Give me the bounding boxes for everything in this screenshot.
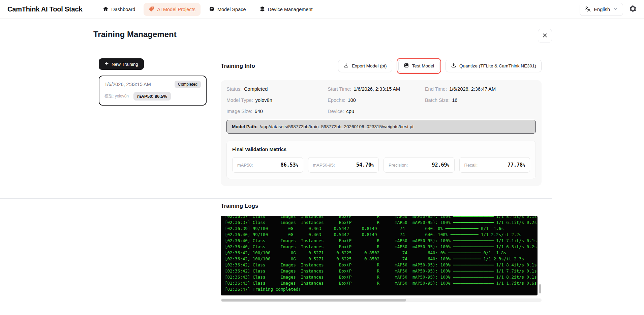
translate-icon — [585, 6, 591, 13]
status-badge: Completed — [175, 81, 201, 88]
log-line: [02:36:42] Class Images Instances Box(P … — [225, 268, 533, 274]
field-start-time: Start Time:1/6/2026, 2:33:15 AM — [328, 86, 425, 92]
field-value: yolov8n — [255, 97, 272, 103]
database-icon — [259, 6, 265, 13]
log-line: [02:36:40] Class Images Instances Box(P … — [225, 238, 533, 244]
test-model-label: Test Model — [412, 63, 434, 68]
model-path-box: Model Path: /app/datasets/598772bb/train… — [226, 120, 536, 134]
nav-item-label: Model Space — [217, 7, 246, 12]
package-icon — [209, 6, 215, 13]
download-icon — [343, 63, 349, 69]
training-run-timestamp: 1/6/2026, 2:33:15 AM — [104, 82, 151, 87]
nav-item-ai-model-projects[interactable]: AI Model Projects — [144, 3, 201, 16]
metric-value: 92.69% — [432, 162, 449, 168]
field-label: Status: — [226, 86, 242, 92]
app-window: CamThink AI Tool Stack Dashboard AI Mode… — [0, 0, 644, 315]
field-label: Image Size: — [226, 109, 252, 114]
log-line: [02:36:39] 99/100 0G 0.463 0.5442 0.8149… — [225, 226, 533, 232]
final-validation-metrics-card: Final Validation Metrics mAP50: 86.53% m… — [226, 141, 536, 179]
top-navbar: CamThink AI Tool Stack Dashboard AI Mode… — [0, 0, 644, 19]
metric-map50: mAP50: 86.53% — [232, 157, 303, 173]
log-line: [02:36:42] 100/100 0G 0.5271 0.6225 0.85… — [225, 256, 533, 262]
metric-label: Precision: — [389, 163, 408, 168]
close-icon — [542, 33, 548, 39]
language-label: English — [594, 7, 610, 12]
field-label: Start Time: — [328, 86, 351, 92]
field-status: Status:Completed — [226, 86, 328, 92]
tag-icon — [149, 6, 154, 13]
training-info-card: Status:Completed Start Time:1/6/2026, 2:… — [221, 80, 542, 186]
field-label: Batch Size: — [425, 97, 450, 103]
metric-value: 86.53% — [280, 162, 298, 168]
log-line: [02:36:42] 100/100 0G 0.5271 0.6225 0.85… — [225, 250, 533, 256]
field-value: 100 — [348, 97, 356, 103]
log-line: [02:36:40] 99/100 0G 0.463 0.5442 0.8149… — [225, 232, 533, 238]
logs-horizontal-scrollbar-track[interactable] — [221, 298, 542, 302]
field-value: 640 — [255, 109, 263, 114]
training-list-sidebar: New Training 1/6/2026, 2:33:15 AM Comple… — [99, 58, 207, 106]
app-brand: CamThink AI Tool Stack — [7, 5, 82, 13]
home-icon — [103, 6, 109, 13]
metrics-heading: Final Validation Metrics — [232, 147, 530, 152]
field-image-size: Image Size:640 — [226, 109, 328, 114]
training-log-terminal[interactable]: [02:36:37] Class Images Instances Box(P … — [221, 216, 538, 295]
training-info-section: Training Info Export Model (pt) Test Mod… — [221, 58, 552, 186]
test-model-button[interactable]: Test Model — [398, 60, 439, 72]
image-icon — [404, 63, 409, 69]
quantize-button[interactable]: Quantize (TFLite & CamThink NE301) — [446, 60, 542, 72]
log-line: [02:36:42] Class Images Instances Box(P … — [225, 262, 533, 268]
nav-item-label: Device Management — [268, 7, 313, 12]
logs-horizontal-scrollbar-thumb[interactable] — [221, 299, 406, 302]
download-icon — [451, 63, 456, 69]
log-line: [02:36:43] Class Images Instances Box(P … — [225, 280, 533, 286]
export-model-label: Export Model (pt) — [352, 63, 387, 68]
training-logs-heading: Training Logs — [221, 203, 552, 209]
field-label: Epochs: — [328, 97, 345, 103]
nav-item-device-management[interactable]: Device Management — [254, 3, 318, 16]
log-line: [02:36:37] Class Images Instances Box(P … — [225, 216, 533, 220]
metric-precision: Precision: 92.69% — [384, 157, 455, 173]
action-buttons: Export Model (pt) Test Model Quantize (T… — [338, 58, 542, 74]
field-value: 1/6/2026, 2:36:47 AM — [449, 86, 496, 92]
field-epochs: Epochs:100 — [328, 97, 425, 103]
navbar-right: English — [580, 3, 637, 16]
metric-label: mAP50: — [237, 163, 253, 168]
new-training-label: New Training — [112, 62, 138, 67]
training-logs-section: Training Logs [02:36:37] Class Images In… — [221, 203, 552, 302]
export-model-button[interactable]: Export Model (pt) — [338, 60, 392, 72]
terminal-output: [02:36:37] Class Images Instances Box(P … — [225, 216, 533, 292]
model-path-label: Model Path: — [232, 124, 258, 129]
log-line: [02:36:47] Training completed! — [225, 286, 533, 292]
log-line: [02:36:43] Class Images Instances Box(P … — [225, 274, 533, 280]
metric-value: 77.78% — [508, 162, 525, 168]
metric-label: Recall: — [464, 163, 478, 168]
metric-value: 54.70% — [356, 162, 374, 168]
metric-label: mAP50-95: — [313, 163, 335, 168]
field-value: 16 — [452, 97, 457, 103]
chevron-down-icon — [613, 6, 618, 12]
field-label: End Time: — [425, 86, 447, 92]
field-model-type: Model Type:yolov8n — [226, 97, 328, 103]
training-info-heading: Training Info — [221, 63, 255, 69]
settings-button[interactable] — [629, 5, 637, 13]
section-divider — [0, 198, 552, 199]
metric-map50-95: mAP50-95: 54.70% — [308, 157, 379, 173]
training-info-grid: Status:Completed Start Time:1/6/2026, 2:… — [226, 86, 536, 114]
main-nav: Dashboard AI Model Projects Model Space … — [98, 3, 317, 16]
terminal-vertical-scrollbar[interactable] — [539, 284, 541, 293]
training-run-card[interactable]: 1/6/2026, 2:33:15 AM Completed 模型: yolov… — [99, 76, 207, 106]
close-button[interactable] — [538, 29, 552, 43]
field-label: Model Type: — [226, 97, 253, 103]
nav-item-model-space[interactable]: Model Space — [204, 3, 251, 16]
field-batch-size: Batch Size:16 — [425, 97, 536, 103]
nav-item-label: Dashboard — [111, 7, 135, 12]
nav-item-dashboard[interactable]: Dashboard — [98, 3, 140, 16]
nav-item-label: AI Model Projects — [157, 7, 195, 12]
language-selector[interactable]: English — [580, 3, 623, 16]
map50-badge: mAP50: 86.5% — [133, 92, 171, 101]
field-end-time: End Time:1/6/2026, 2:36:47 AM — [425, 86, 536, 92]
model-path-value: /app/datasets/598772bb/train_598772bb_20… — [260, 124, 413, 129]
metric-recall: Recall: 77.78% — [459, 157, 530, 173]
new-training-button[interactable]: New Training — [99, 58, 144, 70]
page-title: Training Management — [93, 30, 177, 39]
